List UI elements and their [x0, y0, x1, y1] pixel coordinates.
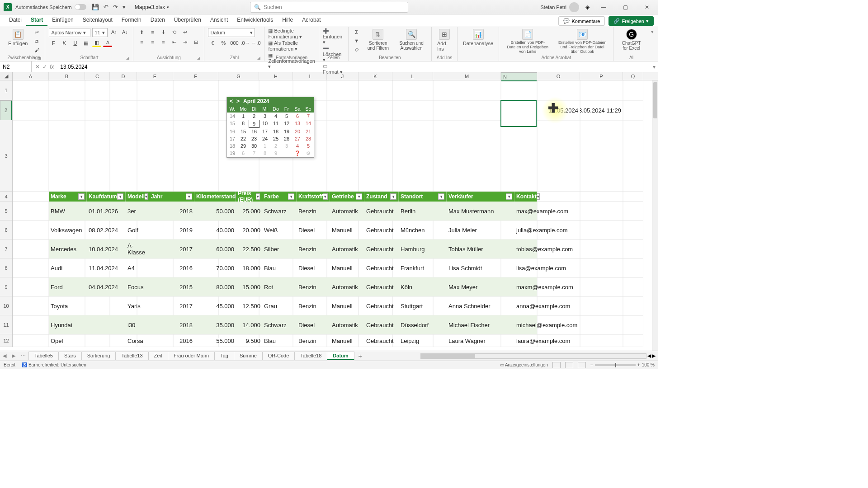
scroll-left-icon[interactable]: ◀: [647, 353, 651, 359]
cell-N2[interactable]: 13.05.2024: [501, 100, 537, 120]
filter-dropdown-icon[interactable]: ▾: [390, 193, 396, 200]
ribbon-tab-hilfe[interactable]: Hilfe: [278, 15, 297, 26]
table-cell[interactable]: Mercedes: [49, 239, 87, 258]
cal-day[interactable]: 25: [270, 135, 281, 142]
cal-next[interactable]: >: [236, 98, 240, 104]
table-cell[interactable]: Golf: [126, 221, 149, 239]
grid[interactable]: 123456789101112 13.05.202413.05.202413.0…: [0, 80, 658, 351]
table-cell[interactable]: 22.500: [236, 239, 262, 258]
table-cell[interactable]: Diesel: [297, 258, 330, 277]
table-cell[interactable]: anna@example.com: [514, 296, 537, 315]
sheet-tab-frau oder mann[interactable]: Frau oder Mann: [168, 352, 215, 360]
cal-day[interactable]: 7: [303, 113, 314, 120]
table-cell[interactable]: Michael Fischer: [447, 315, 514, 334]
cond-format-button[interactable]: ▦ Bedingte Formatierung ▾: [268, 28, 315, 40]
cal-day[interactable]: 13: [292, 120, 303, 128]
table-cell[interactable]: Laura Wagner: [447, 334, 514, 347]
dec-decimal-icon[interactable]: ←.0: [251, 39, 260, 47]
sheet-nav-prev[interactable]: ◀: [0, 353, 9, 359]
cal-day[interactable]: 18: [270, 128, 281, 135]
filter-dropdown-icon[interactable]: ▾: [288, 193, 294, 200]
table-cell[interactable]: 60.000: [194, 239, 236, 258]
table-cell[interactable]: 70.000: [194, 258, 236, 277]
view-layout-icon[interactable]: [565, 362, 573, 368]
table-cell[interactable]: 45.000: [194, 296, 236, 315]
thousand-icon[interactable]: 000: [230, 39, 239, 47]
table-cell[interactable]: laura@example.com: [514, 334, 537, 347]
table-header-getriebe[interactable]: Getriebe▾: [330, 192, 364, 202]
underline-button[interactable]: U: [71, 39, 80, 47]
cal-day[interactable]: 28: [303, 135, 314, 142]
col-header-A[interactable]: A: [13, 72, 49, 80]
col-header-D[interactable]: D: [110, 72, 137, 80]
table-cell[interactable]: Focus: [126, 277, 149, 296]
cal-day[interactable]: [281, 150, 292, 157]
table-cell[interactable]: lisa@example.com: [514, 258, 537, 277]
table-cell[interactable]: 12.500: [236, 296, 262, 315]
zoom-in-icon[interactable]: +: [637, 362, 640, 367]
cal-day[interactable]: 3: [281, 142, 292, 150]
align-top-icon[interactable]: ⬆: [137, 28, 146, 36]
table-cell[interactable]: Rot: [262, 277, 297, 296]
table-cell[interactable]: 55.000: [194, 334, 236, 347]
table-cell[interactable]: Berlin: [399, 202, 447, 221]
filter-dropdown-icon[interactable]: ▾: [323, 193, 328, 200]
table-header-kraftstoff[interactable]: Kraftstoff▾: [297, 192, 330, 202]
wrap-text-icon[interactable]: ↩: [180, 28, 189, 36]
table-cell[interactable]: A-Klasse: [126, 239, 149, 258]
table-cell[interactable]: 2019: [149, 221, 194, 239]
table-cell[interactable]: 11.04.2024: [87, 258, 126, 277]
save-icon[interactable]: 💾: [92, 4, 99, 10]
table-cell[interactable]: max@example.com: [514, 202, 537, 221]
table-cell[interactable]: 2016: [149, 258, 194, 277]
col-header-I[interactable]: I: [293, 72, 327, 80]
fill-icon[interactable]: ▼: [352, 37, 361, 45]
toggle-switch[interactable]: [75, 4, 86, 10]
bold-button[interactable]: F: [49, 39, 58, 47]
cal-day[interactable]: 8: [259, 150, 270, 157]
filter-dropdown-icon[interactable]: ▾: [78, 193, 85, 200]
col-header-H[interactable]: H: [259, 72, 293, 80]
formula-input[interactable]: 13.05.2024: [57, 64, 650, 70]
table-cell[interactable]: Automatik: [330, 202, 364, 221]
table-header-verkufer[interactable]: Verkäufer▾: [447, 192, 514, 202]
table-cell[interactable]: Silber: [262, 239, 297, 258]
cell-O2[interactable]: 13.05.2024: [537, 100, 580, 120]
table-cell[interactable]: Gebraucht: [364, 221, 399, 239]
table-cell[interactable]: 04.04.2024: [87, 277, 126, 296]
ribbon-tab-entwicklertools[interactable]: Entwicklertools: [232, 15, 278, 26]
col-header-M[interactable]: M: [433, 72, 501, 80]
chatgpt-button[interactable]: GChatGPT for Excel: [617, 28, 646, 52]
cal-day[interactable]: 10: [259, 120, 270, 128]
table-cell[interactable]: Hyundai: [49, 315, 87, 334]
close-button[interactable]: ✕: [639, 4, 655, 10]
cal-day[interactable]: 19: [281, 128, 292, 135]
vertical-scrollbar[interactable]: [652, 80, 658, 351]
table-cell[interactable]: Frankfurt: [399, 258, 447, 277]
cal-day[interactable]: 11: [270, 120, 281, 128]
table-cell[interactable]: [87, 315, 126, 334]
row-header-5[interactable]: 5: [0, 202, 12, 221]
sheet-tab-sortierung[interactable]: Sortierung: [81, 352, 116, 360]
currency-icon[interactable]: €: [208, 39, 217, 47]
table-cell[interactable]: Benzin: [297, 334, 330, 347]
table-cell[interactable]: Blau: [262, 258, 297, 277]
table-cell[interactable]: Automatik: [330, 239, 364, 258]
fx-icon[interactable]: fx: [50, 64, 54, 70]
table-cell[interactable]: 08.02.2024: [87, 221, 126, 239]
font-name-select[interactable]: Aptos Narrow▾: [49, 28, 90, 37]
col-header-E[interactable]: E: [137, 72, 173, 80]
decrease-font-icon[interactable]: A↓: [120, 28, 129, 36]
view-break-icon[interactable]: [578, 362, 586, 368]
table-header-standort[interactable]: Standort▾: [399, 192, 447, 202]
col-header-L[interactable]: L: [392, 72, 433, 80]
qat-more-icon[interactable]: ▾: [123, 4, 126, 10]
sheet-tab-tabelle18[interactable]: Tabelle18: [294, 352, 327, 360]
display-settings[interactable]: ▭ Anzeigeeinstellungen: [500, 362, 548, 367]
inc-decimal-icon[interactable]: .0→: [241, 39, 250, 47]
cal-day[interactable]: 9: [249, 120, 259, 128]
table-cell[interactable]: Gebraucht: [364, 296, 399, 315]
cal-day[interactable]: 9: [270, 150, 281, 157]
ribbon-tab-einfügen[interactable]: Einfügen: [47, 15, 78, 26]
cal-day[interactable]: 2: [270, 142, 281, 150]
